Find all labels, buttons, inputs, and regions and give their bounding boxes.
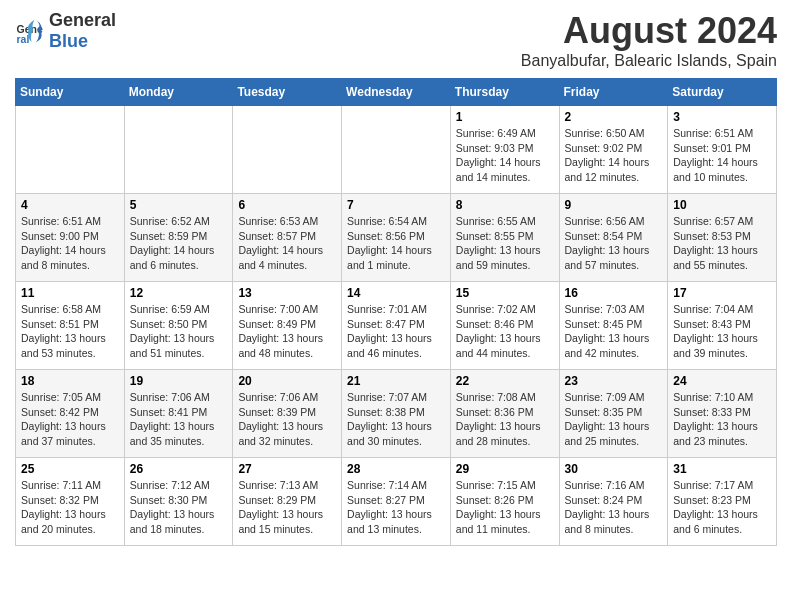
day-content: Sunrise: 6:58 AM Sunset: 8:51 PM Dayligh… xyxy=(21,302,119,361)
day-number: 10 xyxy=(673,198,771,212)
day-content: Sunrise: 7:06 AM Sunset: 8:41 PM Dayligh… xyxy=(130,390,228,449)
day-content: Sunrise: 6:51 AM Sunset: 9:00 PM Dayligh… xyxy=(21,214,119,273)
weekday-header: Wednesday xyxy=(342,79,451,106)
calendar-cell: 12Sunrise: 6:59 AM Sunset: 8:50 PM Dayli… xyxy=(124,282,233,370)
day-number: 1 xyxy=(456,110,554,124)
day-number: 26 xyxy=(130,462,228,476)
day-content: Sunrise: 6:54 AM Sunset: 8:56 PM Dayligh… xyxy=(347,214,445,273)
calendar-cell: 21Sunrise: 7:07 AM Sunset: 8:38 PM Dayli… xyxy=(342,370,451,458)
day-content: Sunrise: 7:17 AM Sunset: 8:23 PM Dayligh… xyxy=(673,478,771,537)
day-content: Sunrise: 7:04 AM Sunset: 8:43 PM Dayligh… xyxy=(673,302,771,361)
calendar-cell: 28Sunrise: 7:14 AM Sunset: 8:27 PM Dayli… xyxy=(342,458,451,546)
day-content: Sunrise: 7:15 AM Sunset: 8:26 PM Dayligh… xyxy=(456,478,554,537)
day-number: 15 xyxy=(456,286,554,300)
day-number: 23 xyxy=(565,374,663,388)
day-content: Sunrise: 6:59 AM Sunset: 8:50 PM Dayligh… xyxy=(130,302,228,361)
title-area: August 2024 Banyalbufar, Balearic Island… xyxy=(521,10,777,70)
day-number: 3 xyxy=(673,110,771,124)
weekday-header: Tuesday xyxy=(233,79,342,106)
day-number: 4 xyxy=(21,198,119,212)
calendar-cell: 7Sunrise: 6:54 AM Sunset: 8:56 PM Daylig… xyxy=(342,194,451,282)
day-content: Sunrise: 7:08 AM Sunset: 8:36 PM Dayligh… xyxy=(456,390,554,449)
calendar-week-row: 18Sunrise: 7:05 AM Sunset: 8:42 PM Dayli… xyxy=(16,370,777,458)
calendar-cell: 25Sunrise: 7:11 AM Sunset: 8:32 PM Dayli… xyxy=(16,458,125,546)
day-content: Sunrise: 6:56 AM Sunset: 8:54 PM Dayligh… xyxy=(565,214,663,273)
location-title: Banyalbufar, Balearic Islands, Spain xyxy=(521,52,777,70)
day-number: 25 xyxy=(21,462,119,476)
calendar-header: SundayMondayTuesdayWednesdayThursdayFrid… xyxy=(16,79,777,106)
day-content: Sunrise: 7:14 AM Sunset: 8:27 PM Dayligh… xyxy=(347,478,445,537)
day-number: 19 xyxy=(130,374,228,388)
day-content: Sunrise: 7:10 AM Sunset: 8:33 PM Dayligh… xyxy=(673,390,771,449)
calendar-cell: 8Sunrise: 6:55 AM Sunset: 8:55 PM Daylig… xyxy=(450,194,559,282)
calendar-cell: 13Sunrise: 7:00 AM Sunset: 8:49 PM Dayli… xyxy=(233,282,342,370)
calendar-cell xyxy=(16,106,125,194)
day-number: 7 xyxy=(347,198,445,212)
calendar-body: 1Sunrise: 6:49 AM Sunset: 9:03 PM Daylig… xyxy=(16,106,777,546)
calendar-cell: 1Sunrise: 6:49 AM Sunset: 9:03 PM Daylig… xyxy=(450,106,559,194)
day-content: Sunrise: 6:52 AM Sunset: 8:59 PM Dayligh… xyxy=(130,214,228,273)
calendar-cell: 31Sunrise: 7:17 AM Sunset: 8:23 PM Dayli… xyxy=(668,458,777,546)
calendar-cell: 22Sunrise: 7:08 AM Sunset: 8:36 PM Dayli… xyxy=(450,370,559,458)
day-number: 18 xyxy=(21,374,119,388)
calendar-cell: 18Sunrise: 7:05 AM Sunset: 8:42 PM Dayli… xyxy=(16,370,125,458)
calendar-week-row: 11Sunrise: 6:58 AM Sunset: 8:51 PM Dayli… xyxy=(16,282,777,370)
day-content: Sunrise: 6:57 AM Sunset: 8:53 PM Dayligh… xyxy=(673,214,771,273)
page-header: Gene ral General Blue August 2024 Banyal… xyxy=(15,10,777,70)
logo-blue: Blue xyxy=(49,31,88,51)
day-content: Sunrise: 6:49 AM Sunset: 9:03 PM Dayligh… xyxy=(456,126,554,185)
day-number: 29 xyxy=(456,462,554,476)
day-number: 20 xyxy=(238,374,336,388)
day-content: Sunrise: 6:51 AM Sunset: 9:01 PM Dayligh… xyxy=(673,126,771,185)
day-number: 30 xyxy=(565,462,663,476)
weekday-header: Sunday xyxy=(16,79,125,106)
day-content: Sunrise: 7:13 AM Sunset: 8:29 PM Dayligh… xyxy=(238,478,336,537)
calendar-cell xyxy=(233,106,342,194)
day-number: 14 xyxy=(347,286,445,300)
logo: Gene ral General Blue xyxy=(15,10,116,52)
day-number: 16 xyxy=(565,286,663,300)
calendar-cell: 27Sunrise: 7:13 AM Sunset: 8:29 PM Dayli… xyxy=(233,458,342,546)
day-content: Sunrise: 7:07 AM Sunset: 8:38 PM Dayligh… xyxy=(347,390,445,449)
calendar-cell: 26Sunrise: 7:12 AM Sunset: 8:30 PM Dayli… xyxy=(124,458,233,546)
day-number: 21 xyxy=(347,374,445,388)
day-number: 2 xyxy=(565,110,663,124)
day-content: Sunrise: 7:05 AM Sunset: 8:42 PM Dayligh… xyxy=(21,390,119,449)
day-content: Sunrise: 6:53 AM Sunset: 8:57 PM Dayligh… xyxy=(238,214,336,273)
calendar-cell: 30Sunrise: 7:16 AM Sunset: 8:24 PM Dayli… xyxy=(559,458,668,546)
weekday-header: Thursday xyxy=(450,79,559,106)
calendar-cell: 16Sunrise: 7:03 AM Sunset: 8:45 PM Dayli… xyxy=(559,282,668,370)
day-number: 6 xyxy=(238,198,336,212)
day-number: 31 xyxy=(673,462,771,476)
day-content: Sunrise: 7:00 AM Sunset: 8:49 PM Dayligh… xyxy=(238,302,336,361)
day-number: 8 xyxy=(456,198,554,212)
day-content: Sunrise: 7:16 AM Sunset: 8:24 PM Dayligh… xyxy=(565,478,663,537)
svg-text:ral: ral xyxy=(17,33,30,45)
day-content: Sunrise: 6:50 AM Sunset: 9:02 PM Dayligh… xyxy=(565,126,663,185)
logo-general: General xyxy=(49,10,116,30)
day-number: 9 xyxy=(565,198,663,212)
day-content: Sunrise: 7:11 AM Sunset: 8:32 PM Dayligh… xyxy=(21,478,119,537)
calendar-cell xyxy=(124,106,233,194)
calendar-week-row: 4Sunrise: 6:51 AM Sunset: 9:00 PM Daylig… xyxy=(16,194,777,282)
day-content: Sunrise: 7:12 AM Sunset: 8:30 PM Dayligh… xyxy=(130,478,228,537)
day-number: 22 xyxy=(456,374,554,388)
day-number: 12 xyxy=(130,286,228,300)
calendar-week-row: 25Sunrise: 7:11 AM Sunset: 8:32 PM Dayli… xyxy=(16,458,777,546)
calendar-cell: 15Sunrise: 7:02 AM Sunset: 8:46 PM Dayli… xyxy=(450,282,559,370)
calendar-cell xyxy=(342,106,451,194)
calendar-cell: 10Sunrise: 6:57 AM Sunset: 8:53 PM Dayli… xyxy=(668,194,777,282)
day-content: Sunrise: 7:02 AM Sunset: 8:46 PM Dayligh… xyxy=(456,302,554,361)
logo-text: General Blue xyxy=(49,10,116,52)
calendar-cell: 4Sunrise: 6:51 AM Sunset: 9:00 PM Daylig… xyxy=(16,194,125,282)
calendar-table: SundayMondayTuesdayWednesdayThursdayFrid… xyxy=(15,78,777,546)
weekday-header: Monday xyxy=(124,79,233,106)
calendar-week-row: 1Sunrise: 6:49 AM Sunset: 9:03 PM Daylig… xyxy=(16,106,777,194)
calendar-cell: 29Sunrise: 7:15 AM Sunset: 8:26 PM Dayli… xyxy=(450,458,559,546)
calendar-cell: 9Sunrise: 6:56 AM Sunset: 8:54 PM Daylig… xyxy=(559,194,668,282)
day-content: Sunrise: 7:06 AM Sunset: 8:39 PM Dayligh… xyxy=(238,390,336,449)
weekday-row: SundayMondayTuesdayWednesdayThursdayFrid… xyxy=(16,79,777,106)
calendar-cell: 14Sunrise: 7:01 AM Sunset: 8:47 PM Dayli… xyxy=(342,282,451,370)
weekday-header: Saturday xyxy=(668,79,777,106)
calendar-cell: 20Sunrise: 7:06 AM Sunset: 8:39 PM Dayli… xyxy=(233,370,342,458)
